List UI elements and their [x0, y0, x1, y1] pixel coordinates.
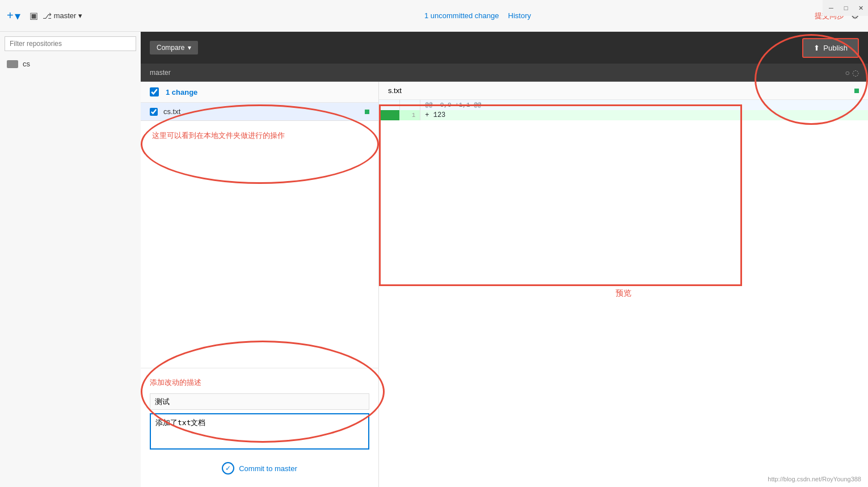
- sync-icons: ○ ◌: [845, 68, 859, 77]
- commit-description-input[interactable]: 添加了txt文档: [150, 413, 369, 450]
- changes-header: 1 change: [141, 82, 378, 103]
- publish-icon: ⬆: [814, 44, 820, 52]
- branch-label-bar: master ○ ◌: [141, 64, 868, 82]
- preview-annotation: 预览: [616, 288, 631, 299]
- add-button[interactable]: + ▾: [7, 9, 20, 23]
- sidebar: cs: [0, 32, 141, 487]
- publish-button[interactable]: ⬆ Publish: [802, 38, 859, 58]
- close-button[interactable]: ✕: [853, 0, 868, 16]
- branch-name: master: [54, 11, 77, 20]
- top-toolbar: + ▾ ▣ ⎇ master ▾ 1 uncommitted change Hi…: [0, 0, 868, 32]
- add-dropdown-icon: ▾: [15, 9, 20, 23]
- branch-dropdown-icon: ▾: [78, 11, 82, 20]
- commit-to-master-button[interactable]: ✓ Commit to master: [215, 459, 304, 478]
- repo-name: cs: [23, 60, 30, 68]
- repo-item-cs[interactable]: cs: [5, 57, 136, 71]
- diff-panel: s.txt · ··· @@ -0,0 +1,1 @@ 1 +: [379, 82, 868, 487]
- file-checkbox-cs-txt[interactable]: [150, 108, 158, 116]
- plus-icon: +: [7, 9, 14, 22]
- diff-hunk-header: · ··· @@ -0,0 +1,1 @@: [379, 100, 868, 110]
- diff-content[interactable]: · ··· @@ -0,0 +1,1 @@ 1 + 123 预览: [379, 100, 868, 487]
- content-panels: 1 change cs.txt 这里可以看到在本地文件夹做进行的操作 添加改动的…: [141, 82, 868, 487]
- panel-toggle-button[interactable]: ▣: [30, 10, 38, 21]
- commit-check-icon: ✓: [225, 464, 231, 472]
- annotation-text: 这里可以看到在本地文件夹做进行的操作: [141, 121, 378, 151]
- branch-label: master: [150, 69, 171, 77]
- diff-line-num-old: ·: [379, 100, 399, 110]
- changes-panel: 1 change cs.txt 这里可以看到在本地文件夹做进行的操作 添加改动的…: [141, 82, 379, 487]
- branch-selector[interactable]: ⎇ master ▾: [43, 11, 83, 20]
- compare-label: Compare: [157, 44, 184, 52]
- file-name: cs.txt: [163, 107, 365, 116]
- history-link[interactable]: History: [508, 11, 531, 20]
- commit-section: 添加改动的描述 添加了txt文档 ✓ Commit to master: [141, 368, 378, 487]
- commit-btn-label: Commit to master: [239, 464, 297, 473]
- diff-header: s.txt: [379, 82, 868, 100]
- diff-line-bar: [379, 110, 399, 120]
- repo-icon: [7, 60, 18, 68]
- commit-btn-area: ✓ Commit to master: [150, 459, 369, 478]
- uncommitted-link[interactable]: 1 uncommitted change: [424, 11, 499, 20]
- minimize-button[interactable]: ─: [824, 0, 838, 16]
- dark-header: Compare ▾ ⬆ Publish: [141, 32, 868, 64]
- changes-count: 1 change: [166, 88, 197, 96]
- diff-hunk-label: @@ -0,0 +1,1 @@: [420, 100, 868, 110]
- branch-icon: ⎇: [43, 11, 52, 20]
- diff-line-row-1: 1 + 123: [379, 110, 868, 120]
- diff-line-num-added: 1: [399, 110, 420, 120]
- compare-dropdown-icon: ▾: [188, 44, 191, 52]
- commit-title-input[interactable]: [150, 393, 369, 410]
- diff-table: · ··· @@ -0,0 +1,1 @@ 1 + 123: [379, 100, 868, 120]
- diff-line-num-new: ···: [399, 100, 420, 110]
- main-content: Compare ▾ ⬆ Publish master ○ ◌ 1 change …: [141, 32, 868, 487]
- compare-button[interactable]: Compare ▾: [150, 41, 198, 54]
- all-changes-checkbox[interactable]: [150, 87, 159, 96]
- file-item-cs-txt[interactable]: cs.txt: [141, 103, 378, 121]
- sync-icon-2: ◌: [852, 68, 859, 77]
- toolbar-center: 1 uncommitted change History: [141, 11, 815, 20]
- maximize-button[interactable]: □: [838, 0, 853, 16]
- commit-check-circle: ✓: [222, 462, 234, 475]
- title-bar: ─ □ ✕: [823, 0, 868, 16]
- add-description-label: 添加改动的描述: [150, 377, 369, 388]
- watermark: http://blog.csdn.net/RoyYoung388: [768, 476, 861, 482]
- toolbar-left: + ▾ ▣ ⎇ master ▾: [0, 9, 141, 23]
- file-status-dot: [365, 110, 369, 114]
- diff-status-dot: [854, 89, 859, 93]
- diff-line-content-added: + 123: [420, 110, 868, 120]
- diff-filename: s.txt: [388, 86, 402, 95]
- filter-repositories-input[interactable]: [5, 36, 136, 51]
- publish-label: Publish: [823, 44, 848, 52]
- sync-icon-1: ○: [845, 68, 850, 77]
